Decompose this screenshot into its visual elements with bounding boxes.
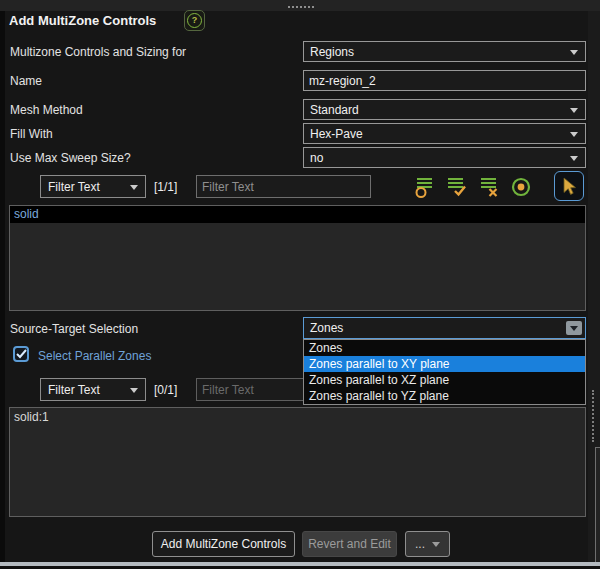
use-max-sweep-value: no <box>310 151 323 165</box>
more-options-label: ... <box>415 537 425 551</box>
source-target-value: Zones <box>310 321 343 335</box>
checkmark-icon <box>16 349 27 359</box>
select-parallel-zones-label: Select Parallel Zones <box>38 349 151 363</box>
filter-count-2: [0/1] <box>154 383 177 397</box>
horizontal-drag-handle-icon[interactable] <box>288 6 314 8</box>
name-label: Name <box>10 74 42 88</box>
use-max-sweep-dropdown[interactable]: no <box>303 147 586 168</box>
add-multizone-controls-dialog: Add MultiZone Controls ? Multizone Contr… <box>0 0 600 569</box>
filter-list-circle-icon[interactable] <box>413 175 435 199</box>
mesh-method-value: Standard <box>310 103 359 117</box>
filter-text-input-1[interactable] <box>196 175 371 198</box>
multizone-sizing-for-dropdown[interactable]: Regions <box>303 41 586 62</box>
option-zones[interactable]: Zones <box>304 340 585 356</box>
chevron-down-icon <box>570 132 578 137</box>
revert-and-edit-button[interactable]: Revert and Edit <box>302 531 397 557</box>
chevron-down-icon <box>432 542 440 547</box>
adjacent-panel-edge <box>595 447 600 564</box>
bottom-splitter-bar[interactable] <box>0 562 600 566</box>
option-zones-yz-plane[interactable]: Zones parallel to YZ plane <box>304 388 585 404</box>
multizone-sizing-for-label: Multizone Controls and Sizing for <box>10 45 186 59</box>
select-parallel-zones-checkbox[interactable] <box>13 346 29 362</box>
chevron-down-icon <box>566 321 582 335</box>
vertical-drag-handle-icon[interactable] <box>592 390 594 442</box>
mesh-method-label: Mesh Method <box>10 103 83 117</box>
zone-list-bottom: solid:1 <box>9 407 586 517</box>
chevron-down-icon <box>570 50 578 55</box>
filter-mode-value-2: Filter Text <box>48 383 100 397</box>
fill-with-value: Hex-Pave <box>310 127 363 141</box>
fill-with-label: Fill With <box>10 127 53 141</box>
chevron-down-icon <box>130 388 138 393</box>
chevron-down-icon <box>570 156 578 161</box>
filter-count-1: [1/1] <box>154 180 177 194</box>
source-target-options-popup: Zones Zones parallel to XY plane Zones p… <box>303 339 586 405</box>
multizone-sizing-for-value: Regions <box>310 45 354 59</box>
chevron-down-icon <box>130 185 138 190</box>
option-zones-xz-plane[interactable]: Zones parallel to XZ plane <box>304 372 585 388</box>
page-title: Add MultiZone Controls <box>9 13 156 28</box>
filter-mode-dropdown-1[interactable]: Filter Text <box>40 175 146 198</box>
help-icon[interactable]: ? <box>184 10 205 31</box>
option-zones-xy-plane[interactable]: Zones parallel to XY plane <box>304 356 585 372</box>
list-item[interactable]: solid <box>10 206 585 223</box>
chevron-down-icon <box>570 108 578 113</box>
source-target-label: Source-Target Selection <box>10 322 138 336</box>
filter-mode-dropdown-2[interactable]: Filter Text <box>40 378 146 401</box>
source-target-dropdown[interactable]: Zones <box>303 317 586 339</box>
select-all-icon[interactable] <box>445 175 467 199</box>
fill-with-dropdown[interactable]: Hex-Pave <box>303 123 586 144</box>
highlight-icon[interactable] <box>510 176 532 198</box>
zone-list-top: solid <box>9 205 586 311</box>
add-multizone-controls-button[interactable]: Add MultiZone Controls <box>152 531 295 557</box>
mesh-method-dropdown[interactable]: Standard <box>303 99 586 120</box>
use-max-sweep-label: Use Max Sweep Size? <box>10 151 131 165</box>
deselect-all-icon[interactable] <box>478 175 500 199</box>
list-item[interactable]: solid:1 <box>10 408 585 427</box>
name-input[interactable] <box>303 70 586 91</box>
pointer-select-icon[interactable] <box>554 171 584 201</box>
more-options-button[interactable]: ... <box>405 531 450 557</box>
filter-mode-value-1: Filter Text <box>48 180 100 194</box>
